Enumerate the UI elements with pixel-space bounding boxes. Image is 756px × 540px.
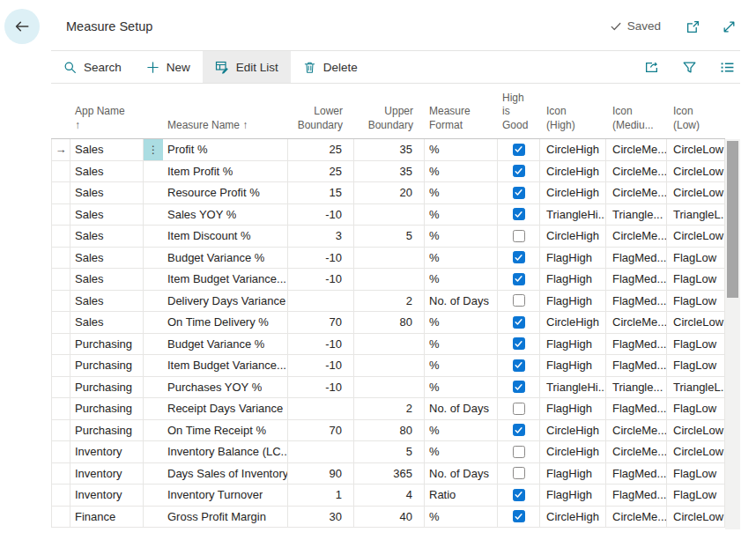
measure-name-cell[interactable]: ⋮On Time Receipt % <box>144 420 288 441</box>
header-high-is-good[interactable]: High is Good <box>498 92 540 138</box>
icon-medium-cell[interactable]: FlagMed... <box>606 398 667 419</box>
lower-boundary-cell[interactable]: 70 <box>288 420 354 441</box>
high-is-good-checkbox[interactable] <box>513 165 525 177</box>
measure-name-cell[interactable]: ⋮Receipt Days Variance <box>144 398 288 419</box>
app-name-cell[interactable]: Sales <box>70 291 144 312</box>
upper-boundary-cell[interactable] <box>354 377 425 398</box>
app-name-cell[interactable]: Finance <box>70 507 144 528</box>
row-context-menu-icon[interactable]: ⋮ <box>144 507 163 528</box>
row-context-menu-icon[interactable]: ⋮ <box>144 291 163 312</box>
icon-medium-cell[interactable]: CircleMe... <box>606 226 667 247</box>
app-name-cell[interactable]: Sales <box>70 139 144 160</box>
measure-name-cell[interactable]: ⋮Inventory Turnover <box>144 485 288 506</box>
measure-name-cell[interactable]: ⋮Item Budget Variance... <box>144 269 288 290</box>
high-is-good-checkbox[interactable] <box>513 403 525 415</box>
lower-boundary-cell[interactable]: -10 <box>288 334 354 355</box>
row-context-menu-icon[interactable]: ⋮ <box>144 420 163 441</box>
upper-boundary-cell[interactable]: 80 <box>354 312 425 333</box>
high-is-good-checkbox[interactable] <box>513 467 525 479</box>
icon-medium-cell[interactable]: FlagMed... <box>606 485 667 506</box>
icon-medium-cell[interactable]: CircleMe... <box>606 312 667 333</box>
lower-boundary-cell[interactable] <box>288 441 354 462</box>
icon-low-cell[interactable]: FlagLow <box>667 334 725 355</box>
lower-boundary-cell[interactable]: 15 <box>288 182 354 203</box>
row-context-menu-icon[interactable]: ⋮ <box>144 398 163 419</box>
app-name-cell[interactable]: Sales <box>70 269 144 290</box>
measure-name-cell[interactable]: ⋮Item Budget Variance... <box>144 355 288 376</box>
high-is-good-checkbox[interactable] <box>513 381 525 393</box>
header-icon-low[interactable]: Icon (Low) <box>667 105 725 138</box>
upper-boundary-cell[interactable] <box>354 269 425 290</box>
row-context-menu-icon[interactable]: ⋮ <box>144 161 163 182</box>
icon-medium-cell[interactable]: CircleMe... <box>606 441 667 462</box>
upper-boundary-cell[interactable]: 5 <box>354 226 425 247</box>
measure-format-cell[interactable]: Ratio <box>425 485 498 506</box>
app-name-cell[interactable]: Sales <box>70 204 144 226</box>
icon-low-cell[interactable]: CircleLow <box>667 139 725 160</box>
icon-high-cell[interactable]: CircleHigh <box>540 312 606 333</box>
high-is-good-checkbox[interactable] <box>513 424 525 436</box>
icon-medium-cell[interactable]: CircleMe... <box>606 139 667 160</box>
expand-icon[interactable] <box>722 19 737 34</box>
icon-low-cell[interactable]: FlagLow <box>667 291 725 312</box>
open-in-window-icon[interactable] <box>686 19 700 34</box>
upper-boundary-cell[interactable]: 2 <box>354 291 425 312</box>
search-button[interactable]: Search <box>51 51 134 83</box>
high-is-good-cell[interactable] <box>498 204 540 226</box>
measure-name-cell[interactable]: ⋮Inventory Balance (LC... <box>144 441 288 462</box>
measure-format-cell[interactable]: % <box>425 377 498 398</box>
upper-boundary-cell[interactable] <box>354 355 425 376</box>
upper-boundary-cell[interactable]: 2 <box>354 398 425 419</box>
icon-medium-cell[interactable]: FlagMed... <box>606 463 667 485</box>
icon-high-cell[interactable]: FlagHigh <box>540 248 606 269</box>
vertical-scrollbar[interactable] <box>725 139 740 529</box>
icon-high-cell[interactable]: FlagHigh <box>540 485 606 506</box>
icon-medium-cell[interactable]: CircleMe... <box>606 161 667 182</box>
high-is-good-checkbox[interactable] <box>513 294 525 307</box>
high-is-good-cell[interactable] <box>498 355 540 376</box>
lower-boundary-cell[interactable]: -10 <box>288 377 354 398</box>
high-is-good-cell[interactable] <box>498 507 540 528</box>
lower-boundary-cell[interactable]: -10 <box>288 355 354 376</box>
icon-low-cell[interactable]: FlagLow <box>667 485 725 506</box>
high-is-good-checkbox[interactable] <box>513 359 525 372</box>
measure-name-cell[interactable]: ⋮Budget Variance % <box>144 248 288 269</box>
header-icon-medium[interactable]: Icon (Mediu... <box>606 105 667 138</box>
app-name-cell[interactable]: Inventory <box>70 463 144 485</box>
lower-boundary-cell[interactable]: 25 <box>288 161 354 182</box>
upper-boundary-cell[interactable]: 20 <box>354 182 425 203</box>
lower-boundary-cell[interactable]: -10 <box>288 269 354 290</box>
upper-boundary-cell[interactable] <box>354 334 425 355</box>
icon-low-cell[interactable]: CircleLow <box>667 507 725 528</box>
measure-format-cell[interactable]: % <box>425 248 498 269</box>
icon-low-cell[interactable]: FlagLow <box>667 398 725 419</box>
row-context-menu-icon[interactable]: ⋮ <box>144 334 163 355</box>
high-is-good-cell[interactable] <box>498 248 540 269</box>
row-context-menu-icon[interactable]: ⋮ <box>144 485 163 506</box>
high-is-good-checkbox[interactable] <box>513 187 525 199</box>
icon-medium-cell[interactable]: FlagMed... <box>606 269 667 290</box>
app-name-cell[interactable]: Sales <box>70 248 144 269</box>
icon-medium-cell[interactable]: FlagMed... <box>606 355 667 376</box>
measure-name-cell[interactable]: ⋮Gross Profit Margin <box>144 507 288 528</box>
row-context-menu-icon[interactable]: ⋮ <box>144 463 163 485</box>
header-measure-name[interactable]: Measure Name ↑ <box>144 119 288 138</box>
header-icon-high[interactable]: Icon (High) <box>540 105 606 138</box>
icon-medium-cell[interactable]: Triangle... <box>606 377 667 398</box>
icon-high-cell[interactable]: FlagHigh <box>540 398 606 419</box>
measure-name-cell[interactable]: ⋮Item Profit % <box>144 161 288 182</box>
row-context-menu-icon[interactable]: ⋮ <box>144 226 163 247</box>
lower-boundary-cell[interactable] <box>288 398 354 419</box>
high-is-good-checkbox[interactable] <box>513 273 525 285</box>
icon-high-cell[interactable]: CircleHigh <box>540 182 606 203</box>
lower-boundary-cell[interactable]: 3 <box>288 226 354 247</box>
app-name-cell[interactable]: Purchasing <box>70 355 144 376</box>
icon-high-cell[interactable]: CircleHigh <box>540 161 606 182</box>
delete-button[interactable]: Delete <box>291 51 370 83</box>
icon-medium-cell[interactable]: CircleMe... <box>606 507 667 528</box>
icon-high-cell[interactable]: CircleHigh <box>540 226 606 247</box>
row-context-menu-icon[interactable]: ⋮ <box>144 139 163 160</box>
icon-low-cell[interactable]: TriangleL... <box>667 204 725 226</box>
header-upper-boundary[interactable]: Upper Boundary <box>354 105 425 138</box>
high-is-good-cell[interactable] <box>498 485 540 506</box>
